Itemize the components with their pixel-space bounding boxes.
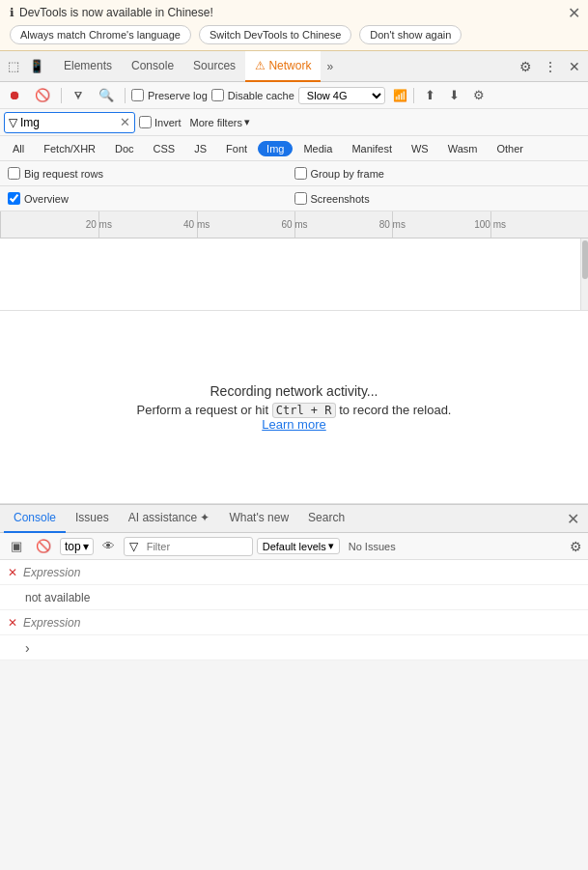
tab-icons: ⬚ 📱 xyxy=(4,55,48,77)
console-toolbar: ▣ 🚫 top ▾ 👁 ▽ Default levels ▾ No Issues… xyxy=(0,533,588,560)
default-levels-select[interactable]: Default levels ▾ xyxy=(257,538,340,554)
console-filter-icon: ▽ xyxy=(129,540,138,553)
filter-funnel-icon: ▽ xyxy=(9,116,17,129)
disable-cache-text: Disable cache xyxy=(228,90,294,101)
dont-show-again-button[interactable]: Don't show again xyxy=(359,25,462,44)
toolbar-divider-1 xyxy=(61,88,62,103)
timeline-area xyxy=(0,239,588,311)
inspector-icon[interactable]: ⬚ xyxy=(4,55,23,77)
disable-cache-checkbox[interactable] xyxy=(211,89,224,101)
more-options-button[interactable]: ⋮ xyxy=(540,55,561,78)
type-ws[interactable]: WS xyxy=(403,141,437,156)
no-issues-badge: No Issues xyxy=(344,539,401,554)
type-img[interactable]: Img xyxy=(258,141,293,156)
close-bottom-panel-button[interactable]: ✕ xyxy=(562,508,584,530)
tab-console-bottom[interactable]: Console xyxy=(4,504,66,533)
switch-to-chinese-button[interactable]: Switch DevTools to Chinese xyxy=(199,25,351,44)
console-row-4: › xyxy=(0,635,588,660)
timeline-marker-60: 60 ms xyxy=(281,219,307,230)
tab-search[interactable]: Search xyxy=(298,504,354,533)
toolbar-divider-2 xyxy=(125,88,126,103)
tab-actions: ⚙ ⋮ ✕ xyxy=(516,55,584,78)
learn-more-link[interactable]: Learn more xyxy=(262,417,325,432)
type-media[interactable]: Media xyxy=(294,141,341,156)
timeline-marker-80: 80 ms xyxy=(379,219,406,230)
type-js[interactable]: JS xyxy=(185,141,215,156)
console-filter-input[interactable] xyxy=(141,539,247,554)
levels-label: Default levels xyxy=(263,541,326,552)
filter-toolbar: ▽ ✕ Invert More filters ▾ xyxy=(0,109,588,136)
upload-button[interactable]: ⬆ xyxy=(420,85,440,105)
type-wasm[interactable]: Wasm xyxy=(439,141,487,156)
filter-input-wrap: ▽ ✕ xyxy=(4,112,135,133)
device-icon[interactable]: 📱 xyxy=(25,55,48,77)
type-doc[interactable]: Doc xyxy=(106,141,143,156)
tab-network[interactable]: ⚠ Network xyxy=(245,51,321,82)
group-by-frame-checkbox[interactable] xyxy=(294,167,307,180)
more-tabs-button[interactable]: » xyxy=(321,56,339,77)
devtools-tab-bar: ⬚ 📱 Elements Console Sources ⚠ Network »… xyxy=(0,51,588,82)
console-settings-button[interactable]: ⚙ xyxy=(570,539,582,554)
settings-button[interactable]: ⚙ xyxy=(516,55,536,78)
throttle-select[interactable]: Slow 4G No throttling Fast 4G xyxy=(298,87,385,104)
invert-checkbox[interactable] xyxy=(139,116,152,128)
filter-button[interactable]: ⛛ xyxy=(68,85,90,105)
scrollbar-thumb-timeline xyxy=(582,240,588,279)
recording-sub: Perform a request or hit Ctrl + R to rec… xyxy=(137,403,452,417)
big-request-rows-text: Big request rows xyxy=(24,168,103,180)
timeline-marker-100: 100 ms xyxy=(474,219,506,230)
group-by-frame-text: Group by frame xyxy=(311,168,384,180)
tab-ai-assistance[interactable]: AI assistance ✦ xyxy=(119,504,220,533)
notification-bar: ℹ DevTools is now available in Chinese! … xyxy=(0,0,588,51)
type-fetch-xhr[interactable]: Fetch/XHR xyxy=(35,141,104,156)
recording-sub-text2: to record the reload. xyxy=(339,403,451,417)
tab-elements[interactable]: Elements xyxy=(54,51,122,82)
context-dropdown-icon: ▾ xyxy=(83,540,89,553)
more-filters-text: More filters xyxy=(190,117,242,128)
timeline-markers: 20 ms 40 ms 60 ms 80 ms 100 ms xyxy=(1,211,588,238)
clear-button[interactable]: 🚫 xyxy=(30,85,55,105)
notification-message: DevTools is now available in Chinese! xyxy=(19,6,213,19)
clear-console-button[interactable]: 🚫 xyxy=(31,536,56,556)
more-filters-button[interactable]: More filters ▾ xyxy=(185,114,255,130)
expression-text-2: Expression xyxy=(23,616,80,630)
invert-label: Invert xyxy=(139,116,182,128)
eye-toggle-button[interactable]: 👁 xyxy=(98,536,120,556)
tab-whats-new[interactable]: What's new xyxy=(219,504,298,533)
type-css[interactable]: CSS xyxy=(145,141,184,156)
screenshots-text: Screenshots xyxy=(311,193,370,205)
filter-clear-button[interactable]: ✕ xyxy=(120,116,130,128)
console-content: ✕ Expression not available ✕ Expression … xyxy=(0,560,588,660)
overview-checkbox[interactable] xyxy=(8,192,20,205)
close-devtools-button[interactable]: ✕ xyxy=(565,55,584,78)
more-filters-dropdown-icon: ▾ xyxy=(244,116,250,128)
download-button[interactable]: ⬇ xyxy=(444,85,464,105)
screenshots-label: Screenshots xyxy=(294,192,581,205)
disable-cache-label: Disable cache xyxy=(211,89,294,101)
expand-arrow[interactable]: › xyxy=(25,640,30,656)
error-icon-1: ✕ xyxy=(8,566,17,579)
tab-issues[interactable]: Issues xyxy=(66,504,119,533)
record-button[interactable]: ⏺ xyxy=(4,85,26,105)
big-request-rows-checkbox[interactable] xyxy=(8,167,20,180)
network-empty-area: Recording network activity... Perform a … xyxy=(0,311,588,504)
console-row-1: ✕ Expression xyxy=(0,560,588,585)
search-button[interactable]: 🔍 xyxy=(94,85,119,105)
sidebar-toggle-button[interactable]: ▣ xyxy=(6,536,27,556)
tab-console[interactable]: Console xyxy=(122,51,183,82)
type-all[interactable]: All xyxy=(4,141,33,156)
network-settings-button[interactable]: ⚙ xyxy=(468,85,490,105)
context-selector[interactable]: top ▾ xyxy=(60,538,94,555)
type-manifest[interactable]: Manifest xyxy=(343,141,401,156)
screenshots-checkbox[interactable] xyxy=(294,192,307,205)
recording-sub-text: Perform a request or hit xyxy=(137,403,269,417)
close-notification-button[interactable]: ✕ xyxy=(568,6,580,21)
type-font[interactable]: Font xyxy=(217,141,256,156)
always-match-language-button[interactable]: Always match Chrome's language xyxy=(10,25,191,44)
keyboard-shortcut: Ctrl + R xyxy=(272,403,336,418)
filter-input[interactable] xyxy=(20,116,117,129)
tab-sources[interactable]: Sources xyxy=(183,51,245,82)
options-bar-2: Overview Screenshots xyxy=(0,186,588,211)
type-other[interactable]: Other xyxy=(488,141,532,156)
preserve-log-checkbox[interactable] xyxy=(131,89,144,101)
